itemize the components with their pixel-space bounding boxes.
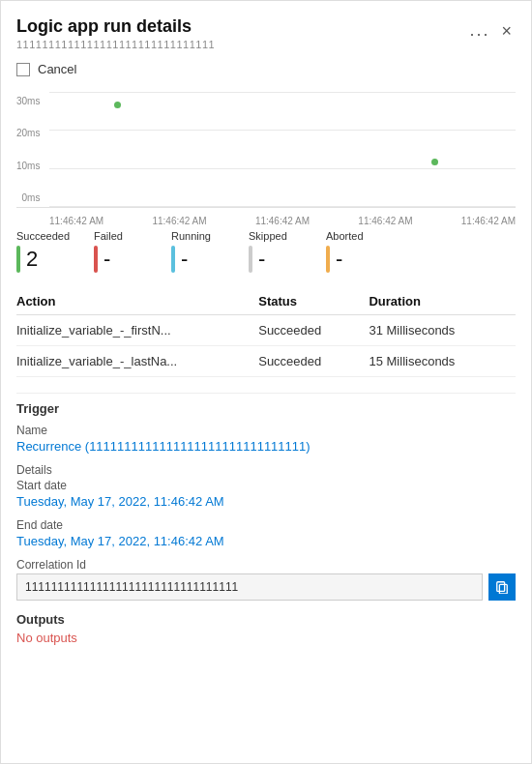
time-label-2: 11:46:42 AM bbox=[152, 216, 206, 226]
cancel-checkbox[interactable] bbox=[16, 63, 30, 76]
name-field-label: Name bbox=[16, 424, 516, 437]
header-actions: ... × bbox=[469, 16, 516, 41]
correlation-row bbox=[16, 573, 516, 601]
action-duration-2: 15 Milliseconds bbox=[369, 346, 516, 377]
chart-dot-1 bbox=[114, 102, 121, 108]
action-duration-1: 31 Milliseconds bbox=[369, 315, 516, 346]
running-bar bbox=[171, 246, 175, 273]
correlation-label: Correlation Id bbox=[16, 558, 516, 572]
col-duration: Duration bbox=[369, 288, 516, 315]
chart-grid bbox=[49, 92, 516, 207]
cancel-row: Cancel bbox=[16, 62, 516, 76]
grid-line-bottom bbox=[49, 206, 516, 207]
action-name-2: Initialize_variable_-_lastNa... bbox=[16, 346, 258, 377]
failed-bar bbox=[94, 246, 98, 273]
chart-time-labels: 11:46:42 AM 11:46:42 AM 11:46:42 AM 11:4… bbox=[16, 216, 516, 226]
succeeded-count: 2 bbox=[26, 247, 38, 272]
actions-table: Action Status Duration Initialize_variab… bbox=[16, 288, 516, 377]
details-field-label: Details bbox=[16, 463, 516, 477]
running-label: Running bbox=[171, 230, 229, 242]
skipped-label: Skipped bbox=[249, 230, 307, 242]
aborted-bar bbox=[326, 246, 330, 273]
start-date-value: Tuesday, May 17, 2022, 11:46:42 AM bbox=[16, 494, 516, 509]
outputs-label: Outputs bbox=[16, 612, 516, 627]
failed-label: Failed bbox=[94, 230, 152, 242]
title-block: Logic app run details 111111111111111111… bbox=[16, 16, 469, 50]
action-name-1: Initialize_variable_-_firstN... bbox=[16, 315, 258, 346]
trigger-section-label: Trigger bbox=[16, 401, 516, 416]
grid-line-2 bbox=[49, 130, 516, 131]
succeeded-bar bbox=[16, 246, 20, 273]
grid-line-3 bbox=[49, 168, 516, 169]
action-status-2: Succeeded bbox=[258, 346, 369, 377]
status-failed: Failed - bbox=[94, 230, 171, 273]
y-label-0: 0ms bbox=[16, 192, 44, 203]
skipped-bar bbox=[249, 246, 252, 273]
more-options-icon[interactable]: ... bbox=[469, 20, 489, 41]
panel-header: Logic app run details 111111111111111111… bbox=[1, 1, 531, 50]
svg-rect-1 bbox=[497, 582, 505, 592]
time-label-5: 11:46:42 AM bbox=[461, 216, 516, 226]
svg-rect-0 bbox=[499, 584, 507, 594]
end-date-label: End date bbox=[16, 518, 516, 532]
close-button[interactable]: × bbox=[497, 22, 516, 40]
aborted-count: - bbox=[336, 247, 342, 272]
no-outputs-value: No outputs bbox=[16, 631, 516, 645]
y-label-10: 10ms bbox=[16, 161, 44, 171]
panel: Logic app run details 111111111111111111… bbox=[0, 0, 532, 764]
col-status: Status bbox=[258, 288, 369, 315]
table-row[interactable]: Initialize_variable_-_firstN... Succeede… bbox=[16, 315, 516, 346]
y-label-20: 20ms bbox=[16, 128, 44, 138]
cancel-label: Cancel bbox=[38, 62, 76, 76]
status-counters: Succeeded 2 Failed - Running - bbox=[16, 230, 516, 273]
y-label-30: 30ms bbox=[16, 96, 44, 106]
status-skipped: Skipped - bbox=[249, 230, 326, 273]
copy-button[interactable] bbox=[488, 573, 516, 601]
time-label-1: 11:46:42 AM bbox=[49, 216, 103, 226]
skipped-count: - bbox=[258, 247, 265, 272]
aborted-label: Aborted bbox=[326, 230, 384, 242]
chart-dot-2 bbox=[431, 159, 438, 165]
failed-count: - bbox=[103, 247, 110, 272]
panel-body: Cancel 30ms 20ms 10ms 0ms 11:46:42 AM 1 bbox=[1, 50, 531, 661]
copy-icon bbox=[495, 580, 509, 594]
start-date-label: Start date bbox=[16, 479, 516, 492]
col-action: Action bbox=[16, 288, 258, 315]
status-succeeded: Succeeded 2 bbox=[16, 230, 94, 273]
action-status-1: Succeeded bbox=[258, 315, 369, 346]
chart-y-labels: 30ms 20ms 10ms 0ms bbox=[16, 92, 44, 207]
divider-1 bbox=[16, 393, 516, 394]
status-running: Running - bbox=[171, 230, 249, 273]
chart-area: 30ms 20ms 10ms 0ms bbox=[16, 92, 516, 208]
time-label-4: 11:46:42 AM bbox=[358, 216, 412, 226]
succeeded-label: Succeeded bbox=[16, 230, 74, 242]
trigger-name-value: Recurrence (1111111111111111111111111111… bbox=[16, 439, 516, 454]
end-date-value: Tuesday, May 17, 2022, 11:46:42 AM bbox=[16, 534, 516, 548]
correlation-input[interactable] bbox=[16, 573, 483, 601]
status-aborted: Aborted - bbox=[326, 230, 403, 273]
panel-title: Logic app run details bbox=[16, 16, 469, 37]
grid-line-top bbox=[49, 92, 516, 93]
panel-subtitle: 1111111111111111111111111111111 bbox=[16, 39, 469, 50]
table-row[interactable]: Initialize_variable_-_lastNa... Succeede… bbox=[16, 346, 516, 377]
time-label-3: 11:46:42 AM bbox=[255, 216, 310, 226]
running-count: - bbox=[181, 247, 188, 272]
